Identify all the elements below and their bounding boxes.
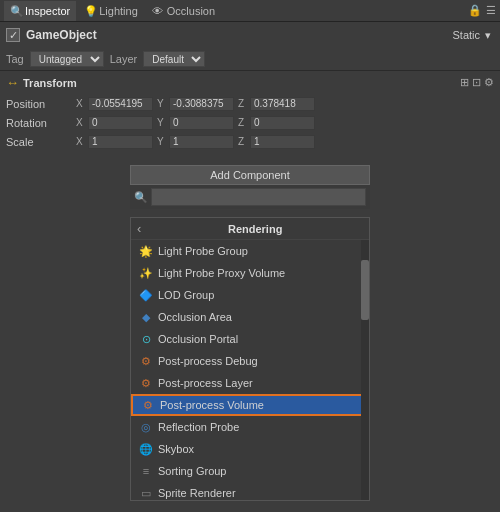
tag-select[interactable]: Untagged xyxy=(30,51,104,67)
lock-icon: 🔒 xyxy=(468,4,482,17)
position-x[interactable]: -0.0554195 xyxy=(88,97,153,111)
item-icon: 🌐 xyxy=(139,442,153,456)
transform-tool-3[interactable]: ⚙ xyxy=(484,76,494,89)
position-z[interactable]: 0.378418 xyxy=(250,97,315,111)
tab-bar: 🔍 Inspector 💡 Lighting 👁 Occlusion 🔒 ☰ xyxy=(0,0,500,22)
item-label: Post-process Volume xyxy=(160,399,264,411)
item-label: Sorting Group xyxy=(158,465,226,477)
scale-y[interactable]: 1 xyxy=(169,135,234,149)
item-label: Skybox xyxy=(158,443,194,455)
transform-tool-1[interactable]: ⊞ xyxy=(460,76,469,89)
gameobject-checkbox[interactable]: ✓ xyxy=(6,28,20,42)
rotation-z[interactable]: 0 xyxy=(250,116,315,130)
scrollbar-thumb[interactable] xyxy=(361,260,369,320)
tab-inspector[interactable]: 🔍 Inspector xyxy=(4,1,76,21)
nav-back-button[interactable]: ‹ xyxy=(137,221,141,236)
menu-icon[interactable]: ☰ xyxy=(486,4,496,17)
inspector-icon: 🔍 xyxy=(10,5,22,17)
dropdown-item[interactable]: ✨Light Probe Proxy Volume xyxy=(131,262,369,284)
item-label: Reflection Probe xyxy=(158,421,239,433)
transform-header: ↔ Transform ⊞ ⊡ ⚙ xyxy=(0,70,500,94)
item-label: Light Probe Proxy Volume xyxy=(158,267,285,279)
position-row: Position X -0.0554195 Y -0.3088375 Z 0.3… xyxy=(0,94,500,113)
static-badge: Static ▾ xyxy=(452,29,494,41)
search-icon: 🔍 xyxy=(134,191,148,204)
item-icon: 🌟 xyxy=(139,244,153,258)
item-label: Post-process Layer xyxy=(158,377,253,389)
gameobject-label: GameObject xyxy=(26,28,446,42)
layer-select[interactable]: Default xyxy=(143,51,205,67)
item-icon: ≡ xyxy=(139,464,153,478)
dropdown-list: 🌟Light Probe Group✨Light Probe Proxy Vol… xyxy=(131,240,369,500)
search-row: 🔍 xyxy=(130,185,370,209)
item-label: Sprite Renderer xyxy=(158,487,236,499)
dropdown-item[interactable]: ⚙Post-process Debug xyxy=(131,350,369,372)
dropdown-item[interactable]: ≡Sorting Group xyxy=(131,460,369,482)
header-row: ✓ GameObject Static ▾ xyxy=(0,22,500,48)
item-label: Light Probe Group xyxy=(158,245,248,257)
lighting-icon: 💡 xyxy=(84,5,96,17)
dropdown-item[interactable]: ◎Reflection Probe xyxy=(131,416,369,438)
add-component-area: Add Component 🔍 xyxy=(130,165,370,209)
transform-icon: ↔ xyxy=(6,75,19,90)
tab-occlusion[interactable]: 👁 Occlusion xyxy=(146,1,221,21)
dropdown-item[interactable]: 🌟Light Probe Group xyxy=(131,240,369,262)
item-label: LOD Group xyxy=(158,289,214,301)
item-icon: ⚙ xyxy=(141,398,155,412)
dropdown-item[interactable]: ⊙Occlusion Portal xyxy=(131,328,369,350)
rotation-y[interactable]: 0 xyxy=(169,116,234,130)
item-label: Occlusion Portal xyxy=(158,333,238,345)
dropdown-item[interactable]: ⚙Post-process Layer xyxy=(131,372,369,394)
tag-row: Tag Untagged Layer Default xyxy=(0,48,500,70)
tab-lighting[interactable]: 💡 Lighting xyxy=(78,1,144,21)
item-icon: ▭ xyxy=(139,486,153,500)
rotation-row: Rotation X 0 Y 0 Z 0 xyxy=(0,113,500,132)
item-icon: ◆ xyxy=(139,310,153,324)
item-icon: ⊙ xyxy=(139,332,153,346)
dropdown-nav: ‹ Rendering xyxy=(131,218,369,240)
item-icon: ✨ xyxy=(139,266,153,280)
scale-x[interactable]: 1 xyxy=(88,135,153,149)
search-input[interactable] xyxy=(151,188,366,206)
position-y[interactable]: -0.3088375 xyxy=(169,97,234,111)
dropdown-item[interactable]: 🌐Skybox xyxy=(131,438,369,460)
transform-tool-2[interactable]: ⊡ xyxy=(472,76,481,89)
occlusion-icon: 👁 xyxy=(152,5,164,17)
static-dropdown[interactable]: ▾ xyxy=(482,29,494,41)
item-icon: ◎ xyxy=(139,420,153,434)
dropdown-item[interactable]: ▭Sprite Renderer xyxy=(131,482,369,500)
scale-z[interactable]: 1 xyxy=(250,135,315,149)
item-icon: ⚙ xyxy=(139,354,153,368)
dropdown-item[interactable]: ⚙Post-process Volume xyxy=(131,394,369,416)
item-label: Occlusion Area xyxy=(158,311,232,323)
scrollbar-track[interactable] xyxy=(361,240,369,500)
scale-row: Scale X 1 Y 1 Z 1 xyxy=(0,132,500,151)
dropdown-item[interactable]: ◆Occlusion Area xyxy=(131,306,369,328)
item-label: Post-process Debug xyxy=(158,355,258,367)
add-component-button[interactable]: Add Component xyxy=(130,165,370,185)
item-icon: ⚙ xyxy=(139,376,153,390)
rotation-x[interactable]: 0 xyxy=(88,116,153,130)
component-dropdown: ‹ Rendering 🌟Light Probe Group✨Light Pro… xyxy=(130,217,370,501)
item-icon: 🔷 xyxy=(139,288,153,302)
dropdown-item[interactable]: 🔷LOD Group xyxy=(131,284,369,306)
